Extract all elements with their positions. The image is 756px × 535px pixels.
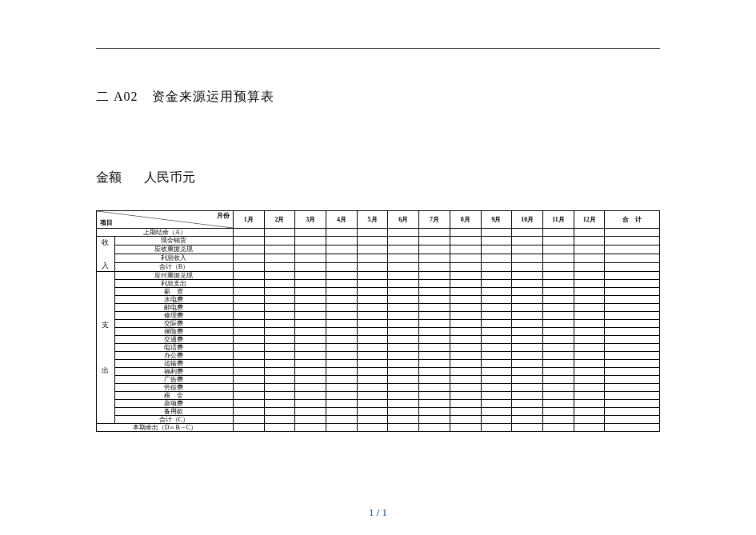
col-month: 2月 (264, 211, 295, 229)
cell (605, 263, 660, 272)
cell (295, 400, 326, 408)
cell (574, 296, 605, 304)
col-month: 9月 (481, 211, 512, 229)
cell (512, 328, 543, 336)
cell (388, 424, 419, 432)
cell (574, 320, 605, 328)
row-label: 水电费 (114, 296, 233, 304)
cell (295, 296, 326, 304)
cell (295, 263, 326, 272)
cell (605, 424, 660, 432)
cell (233, 400, 264, 408)
cell (295, 320, 326, 328)
row-label: 备用款 (114, 408, 233, 416)
svg-line-0 (97, 211, 233, 228)
cell (481, 352, 512, 360)
cell (512, 392, 543, 400)
cell (326, 254, 358, 263)
cell (574, 229, 605, 237)
cell (512, 296, 543, 304)
header-corner: 项目月份 (97, 211, 234, 229)
cell (357, 344, 388, 352)
row-label: 应付票据兑现 (114, 272, 233, 280)
cell (419, 360, 450, 368)
cell (543, 272, 574, 280)
cell (264, 280, 295, 288)
cell (295, 272, 326, 280)
cell (605, 280, 660, 288)
col-month: 4月 (326, 211, 358, 229)
row-label: 保险费 (114, 328, 233, 336)
cell (357, 263, 388, 272)
cell (543, 328, 574, 336)
cell (481, 304, 512, 312)
cell (295, 408, 326, 416)
cell (326, 416, 358, 424)
cell (450, 360, 481, 368)
cell (326, 384, 358, 392)
cell (481, 384, 512, 392)
cell (450, 254, 481, 263)
top-rule (96, 48, 660, 49)
budget-table-wrap: 项目月份1月2月3月4月5月6月7月8月9月10月11月12月合 计上期结余（A… (96, 210, 660, 432)
cell (419, 408, 450, 416)
cell (357, 288, 388, 296)
cell (357, 304, 388, 312)
col-total: 合 计 (605, 211, 660, 229)
cell (450, 320, 481, 328)
cell (605, 408, 660, 416)
cell (543, 304, 574, 312)
cell (295, 312, 326, 320)
cell (481, 254, 512, 263)
cell (388, 296, 419, 304)
cell (543, 400, 574, 408)
cell (419, 288, 450, 296)
cell (419, 263, 450, 272)
cell (543, 336, 574, 344)
cell (481, 288, 512, 296)
cell (388, 280, 419, 288)
cell (512, 336, 543, 344)
cell (481, 400, 512, 408)
cell (233, 344, 264, 352)
cell (295, 229, 326, 237)
cell (264, 304, 295, 312)
cell (264, 336, 295, 344)
cell (605, 288, 660, 296)
corner-right: 月份 (217, 213, 230, 219)
cell (295, 246, 326, 254)
cell (233, 320, 264, 328)
cell (388, 384, 419, 392)
cell (295, 336, 326, 344)
cell (233, 254, 264, 263)
cell (264, 312, 295, 320)
row-label: 合计（C） (114, 416, 233, 424)
cell (357, 408, 388, 416)
cell (326, 360, 358, 368)
cell (295, 328, 326, 336)
cell (357, 360, 388, 368)
cell (326, 237, 358, 246)
cell (388, 288, 419, 296)
cell (512, 368, 543, 376)
cell (264, 320, 295, 328)
cell (543, 254, 574, 263)
cell (481, 328, 512, 336)
cell (450, 408, 481, 416)
cell (326, 400, 358, 408)
cell (450, 352, 481, 360)
page-title: 二 A02 资金来源运用预算表 (96, 89, 660, 106)
col-month: 10月 (512, 211, 543, 229)
cell (543, 376, 574, 384)
cell (512, 408, 543, 416)
cell (481, 376, 512, 384)
cell (264, 237, 295, 246)
cell (388, 408, 419, 416)
cell (543, 352, 574, 360)
cell (543, 312, 574, 320)
row-label: 办公费 (114, 352, 233, 360)
page-number: 1 / 1 (0, 506, 756, 519)
cell (419, 296, 450, 304)
cell (357, 352, 388, 360)
cell (326, 229, 358, 237)
